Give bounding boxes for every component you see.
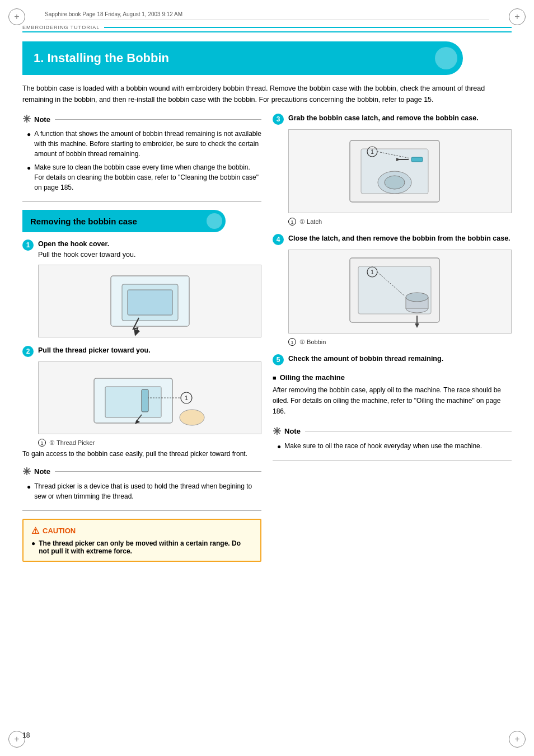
step-5: 5 Check the amount of bobbin thread rema… [273,354,512,365]
left-column: ✳ Note A function that shows the amount … [22,113,261,570]
step-4-text: Close the latch, and then remove the bob… [288,233,510,244]
corner-mark-br [509,731,526,748]
thread-picker-svg: 1 [88,361,212,434]
step-4: 4 Close the latch, and then remove the b… [273,233,512,346]
step-2-num: 2 [22,346,34,357]
svg-marker-28 [415,323,419,328]
step-1-num: 1 [22,240,34,251]
thread-picker-note: To gain access to the bobbin case easily… [22,450,261,458]
remove-bobbin-svg: 1 [339,250,462,334]
step-2-text: Pull the thread picker toward you. [38,345,151,356]
hook-cover-image [38,265,261,337]
bobbin-latch-image: 1 [288,129,512,213]
oiling-text: After removing the bobbin case, apply oi… [273,385,512,417]
step-3: 3 Grab the bobbin case latch, and remove… [273,113,512,226]
note-icon-1: ✳ [22,113,31,125]
bobbin-caption: 1 ① Bobbin [273,338,512,346]
page-number: 18 [22,731,30,739]
page: Sapphire.book Page 18 Friday, August 1, … [0,0,534,756]
step-1-text: Open the hook cover. Pull the hook cover… [38,239,135,260]
svg-text:1: 1 [184,395,188,401]
note-items-1: A function that shows the amount of bobb… [22,129,261,192]
section-label: EMBROIDERING TUTORIAL [22,25,512,32]
step-2-header: 2 Pull the thread picker toward you. [22,345,261,357]
svg-rect-4 [105,387,161,417]
note-item: Make sure to oil the race of hook everyd… [277,441,512,452]
svg-point-14 [385,176,405,189]
svg-text:1: 1 [371,149,374,155]
thread-picker-caption: 1 ① Thread Picker [22,439,261,447]
note-box-3: ✳ Note Make sure to oil the race of hook… [273,425,512,461]
step-1: 1 Open the hook cover. Pull the hook cov… [22,239,261,337]
note-items-2: Thread picker is a device that is used t… [22,481,261,501]
file-info: Sapphire.book Page 18 Friday, August 1, … [45,11,489,20]
corner-mark-tr [509,8,526,25]
svg-point-24 [406,293,428,302]
svg-rect-15 [411,157,423,162]
svg-point-9 [180,410,204,425]
step-5-text: Check the amount of bobbin thread remain… [288,354,443,364]
note-item: Thread picker is a device that is used t… [27,481,261,501]
main-title: 1. Installing the Bobbin [22,41,463,75]
note-item: A function that shows the amount of bobb… [27,129,261,159]
oiling-heading: Oiling the machine [273,373,512,382]
note-box-2: ✳ Note Thread picker is a device that is… [22,466,261,511]
note-items-3: Make sure to oil the race of hook everyd… [273,441,512,452]
step-1-header: 1 Open the hook cover. Pull the hook cov… [22,239,261,260]
svg-text:1: 1 [371,269,374,275]
step-4-num: 4 [273,234,284,245]
caution-item: The thread picker can only be moved with… [31,539,252,555]
step-4-header: 4 Close the latch, and then remove the b… [273,233,512,245]
intro-text: The bobbin case is loaded with a bobbin … [22,83,512,105]
remove-bobbin-image: 1 [288,250,512,334]
caution-icon: ⚠ [31,525,39,536]
hook-cover-svg [94,265,206,337]
subsection-heading: Removing the bobbin case [22,210,226,232]
step-5-num: 5 [273,354,284,365]
svg-rect-2 [128,290,172,315]
step-3-header: 3 Grab the bobbin case latch, and remove… [273,113,512,125]
step-3-text: Grab the bobbin case latch, and remove t… [288,113,479,124]
step-3-num: 3 [273,114,284,125]
note-header-1: ✳ Note [22,113,261,125]
step-5-header: 5 Check the amount of bobbin thread rema… [273,354,512,365]
note-icon-2: ✳ [22,466,31,478]
bobbin-latch-svg: 1 [339,129,462,213]
latch-caption: 1 ① Latch [273,218,512,226]
right-column: 3 Grab the bobbin case latch, and remove… [273,113,512,570]
note-box-1: ✳ Note A function that shows the amount … [22,113,261,202]
two-col-layout: ✳ Note A function that shows the amount … [22,113,512,570]
caution-list: The thread picker can only be moved with… [31,539,252,555]
note-header-2: ✳ Note [22,466,261,478]
svg-rect-5 [142,389,148,412]
note-icon-3: ✳ [273,425,281,438]
step-2: 2 Pull the thread picker toward you. [22,345,261,458]
corner-mark-tl [8,8,25,25]
thread-picker-image: 1 [38,361,261,434]
note-header-3: ✳ Note [273,425,512,438]
caution-header: ⚠ CAUTION [31,525,252,536]
note-item: Make sure to clean the bobbin case every… [27,162,261,192]
caution-box: ⚠ CAUTION The thread picker can only be … [22,519,261,562]
